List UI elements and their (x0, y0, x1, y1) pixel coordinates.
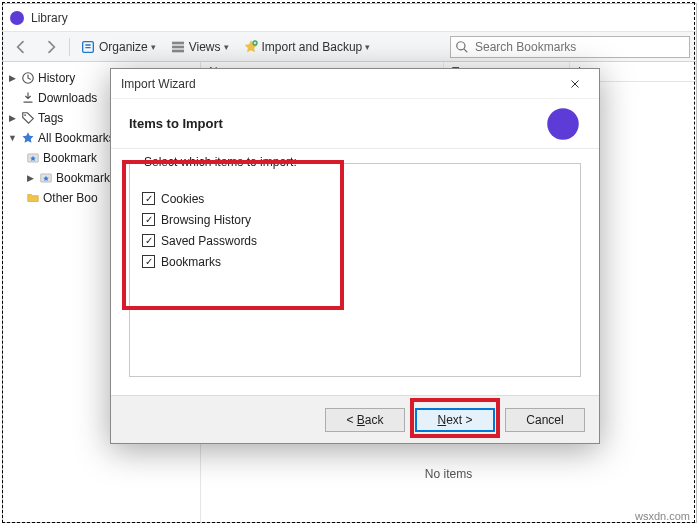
tree-all-bookmarks-label: All Bookmarks (38, 131, 115, 145)
checkbox-cookies-label: Cookies (161, 192, 204, 206)
checkbox-browsing-history[interactable]: ✓ Browsing History (142, 209, 568, 230)
firefox-logo-icon (545, 106, 581, 142)
wizard-header: Items to Import (111, 99, 599, 149)
search-input[interactable] (473, 39, 685, 55)
search-box[interactable] (450, 36, 690, 58)
checkbox-cookies[interactable]: ✓ Cookies (142, 188, 568, 209)
toolbar-separator (69, 38, 70, 56)
next-button[interactable]: Next > (415, 408, 495, 432)
import-backup-label: Import and Backup (262, 40, 363, 54)
views-label: Views (189, 40, 221, 54)
expand-icon[interactable]: ▶ (25, 173, 36, 184)
expand-icon[interactable]: ▶ (7, 113, 18, 124)
search-icon (455, 40, 469, 54)
download-icon (21, 91, 35, 105)
wizard-heading: Items to Import (129, 116, 223, 131)
empty-status: No items (425, 467, 472, 481)
checkbox-browsing-history-label: Browsing History (161, 213, 251, 227)
checkbox-icon: ✓ (142, 192, 155, 205)
organize-icon (80, 39, 96, 55)
checkbox-saved-passwords[interactable]: ✓ Saved Passwords (142, 230, 568, 251)
tree-bookmarks-menu-label: Bookmark (56, 171, 110, 185)
wizard-body: Select which items to import: ✓ Cookies … (111, 149, 599, 395)
wizard-button-bar: < Back Next > Cancel (111, 395, 599, 443)
collapse-icon[interactable]: ▼ (7, 133, 18, 144)
organize-menu[interactable]: Organize ▾ (76, 37, 160, 57)
back-button[interactable]: < Back (325, 408, 405, 432)
tag-icon (21, 111, 35, 125)
group-legend: Select which items to import: (140, 155, 301, 169)
library-titlebar: Library (3, 4, 696, 32)
forward-button[interactable] (39, 37, 63, 57)
folder-icon (26, 191, 40, 205)
firefox-icon (9, 10, 25, 26)
wizard-titlebar: Import Wizard (111, 69, 599, 99)
bookmark-folder-icon (39, 171, 53, 185)
tree-downloads-label: Downloads (38, 91, 97, 105)
organize-label: Organize (99, 40, 148, 54)
arrow-right-icon (43, 39, 59, 55)
checkbox-bookmarks-label: Bookmarks (161, 255, 221, 269)
checkbox-icon: ✓ (142, 255, 155, 268)
back-button[interactable] (9, 37, 33, 57)
checkbox-saved-passwords-label: Saved Passwords (161, 234, 257, 248)
dropdown-caret-icon: ▾ (224, 42, 229, 52)
checkbox-bookmarks[interactable]: ✓ Bookmarks (142, 251, 568, 272)
tree-bookmarks-toolbar-label: Bookmark (43, 151, 97, 165)
checkbox-icon: ✓ (142, 234, 155, 247)
library-toolbar: Organize ▾ Views ▾ Import and Backup ▾ (3, 32, 696, 62)
close-icon (569, 78, 581, 90)
import-items-group: Select which items to import: ✓ Cookies … (129, 163, 581, 377)
checkbox-icon: ✓ (142, 213, 155, 226)
cancel-button[interactable]: Cancel (505, 408, 585, 432)
close-button[interactable] (561, 73, 589, 95)
import-backup-menu[interactable]: Import and Backup ▾ (239, 37, 375, 57)
views-menu[interactable]: Views ▾ (166, 37, 233, 57)
import-wizard-dialog: Import Wizard Items to Import Select whi… (110, 68, 600, 444)
bookmark-folder-icon (26, 151, 40, 165)
views-icon (170, 39, 186, 55)
dropdown-caret-icon: ▾ (365, 42, 370, 52)
tree-history-label: History (38, 71, 75, 85)
star-icon (21, 131, 35, 145)
tree-tags-label: Tags (38, 111, 63, 125)
library-title-text: Library (31, 11, 68, 25)
import-star-icon (243, 39, 259, 55)
clock-icon (21, 71, 35, 85)
expand-icon[interactable]: ▶ (7, 73, 18, 84)
watermark: wsxdn.com (635, 510, 690, 522)
dropdown-caret-icon: ▾ (151, 42, 156, 52)
arrow-left-icon (13, 39, 29, 55)
tree-other-bookmarks-label: Other Boo (43, 191, 98, 205)
wizard-title-text: Import Wizard (121, 77, 196, 91)
